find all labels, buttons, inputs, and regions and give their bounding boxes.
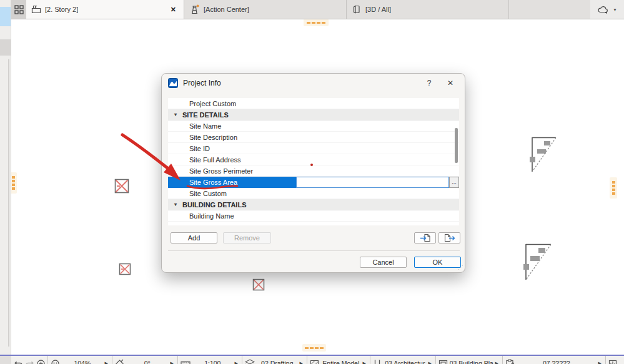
floor-plan-icon: [31, 5, 41, 14]
flyout-arrow-icon: ▶: [300, 361, 304, 364]
remove-button[interactable]: Remove: [223, 232, 271, 243]
layout-book-icon: [438, 360, 448, 364]
scale-control[interactable]: 1:100 ▶: [178, 356, 242, 364]
story-marker-right[interactable]: [610, 177, 617, 199]
cancel-button[interactable]: Cancel: [360, 257, 407, 268]
marker-dash: [12, 180, 15, 182]
redo-view-icon[interactable]: [25, 359, 34, 364]
scale-ruler-icon: [181, 360, 191, 364]
export-button[interactable]: [438, 232, 460, 243]
ellipsis-button[interactable]: ...: [449, 177, 459, 188]
view-nav-group: [11, 356, 48, 364]
tab-overview-button[interactable]: [11, 0, 26, 19]
list-scrollbar-thumb[interactable]: [455, 128, 458, 163]
marker-dash: [315, 347, 319, 349]
layout-book-control[interactable]: 03 Building Pla ▶: [436, 356, 503, 364]
list-item[interactable]: Building Name: [168, 210, 459, 222]
close-tab-icon[interactable]: ✕: [168, 6, 179, 14]
dialog-title: Project Info: [183, 79, 416, 87]
orientation-value: 0°: [124, 360, 171, 364]
add-button[interactable]: Add: [171, 232, 217, 243]
layout-book-value: 03 Building Pla: [448, 360, 495, 364]
list-item[interactable]: Site Full Address: [168, 154, 459, 165]
model-filter-icon: [310, 360, 319, 364]
marker-dash: [310, 347, 314, 349]
flyout-arrow-icon: ▶: [495, 361, 500, 364]
orientation-icon: [115, 359, 124, 364]
marker-dash: [320, 347, 324, 349]
list-group-header[interactable]: ▾ BUILDING DETAILS: [168, 199, 459, 210]
list-item[interactable]: Site Description: [168, 132, 459, 143]
teamwork-sync-button[interactable]: ▼: [590, 0, 624, 19]
detail-marker-triangle[interactable]: [528, 137, 558, 173]
story-marker-bottom[interactable]: [302, 344, 326, 352]
collapse-arrow-icon[interactable]: ▾: [174, 112, 177, 117]
list-item[interactable]: Site Gross Perimeter: [168, 165, 459, 177]
row-label: Site Description: [189, 134, 237, 141]
list-item[interactable]: Site Name: [168, 121, 459, 132]
layer-control[interactable]: 02 Drafting ▶: [242, 356, 307, 364]
palette-thumbnail[interactable]: [0, 7, 11, 26]
resize-grip[interactable]: ⋰: [458, 265, 463, 270]
marker-dash: [312, 22, 315, 24]
flyout-arrow-icon: ▶: [235, 361, 239, 364]
marker-dash: [12, 184, 15, 186]
renovation-filter-icon: [373, 359, 382, 364]
tab-floor-plan[interactable]: [2. Story 2] ✕: [26, 0, 184, 19]
site-gross-area-input[interactable]: [296, 177, 449, 188]
statusbar-extra[interactable]: [606, 356, 624, 364]
missing-drawing-placeholder[interactable]: [252, 278, 265, 291]
list-item[interactable]: Site ID: [168, 143, 459, 154]
marker-dash: [12, 176, 15, 179]
row-label: Project Custom: [189, 100, 236, 107]
model-filter-value: Entire Model: [319, 360, 363, 364]
tab-action-center[interactable]: [Action Center]: [184, 0, 347, 19]
tab-bar-filler: [509, 0, 590, 19]
panel-handle[interactable]: [0, 39, 11, 56]
detail-marker-triangle[interactable]: [522, 243, 553, 281]
dialog-title-bar[interactable]: Project Info ? ✕: [162, 74, 465, 92]
statusbar-corner: [0, 356, 11, 364]
collapse-arrow-icon[interactable]: ▾: [174, 202, 177, 207]
model-filter-control[interactable]: Entire Model ▶: [307, 356, 370, 364]
marker-dash: [307, 22, 310, 24]
list-item-selected[interactable]: Site Gross Area ...: [168, 177, 459, 188]
selected-row-label: Site Gross Area: [168, 177, 296, 188]
row-label: BUILDING DETAILS: [182, 201, 246, 209]
zoom-in-icon[interactable]: [36, 359, 46, 364]
status-bar: 104% ▶ 0° ▶ 1:100 ▶ 02 Drafting ▶: [0, 355, 624, 364]
missing-drawing-placeholder[interactable]: [114, 179, 129, 194]
import-button[interactable]: [414, 232, 436, 243]
left-edge-panel: [0, 0, 11, 364]
orientation-control[interactable]: 0° ▶: [112, 356, 178, 364]
flyout-arrow-icon: ▶: [105, 361, 109, 364]
export-icon: [444, 234, 455, 242]
list-item[interactable]: Project Custom: [168, 98, 459, 109]
archicad-window: [2. Story 2] ✕ [Action Center] [3D / All…: [0, 0, 624, 364]
row-label: Site Gross Perimeter: [189, 167, 253, 175]
row-label: Site Full Address: [189, 156, 241, 164]
list-group-header[interactable]: ▾ SITE DETAILS: [168, 109, 459, 121]
3d-view-icon: [352, 4, 362, 14]
pen-set-icon: [608, 360, 617, 364]
flyout-arrow-icon: ▶: [428, 361, 433, 364]
row-label: Building Name: [189, 212, 234, 220]
favorites-control[interactable]: 07 ????? ▶: [503, 356, 606, 364]
zoom-level-control[interactable]: 104% ▶: [48, 356, 112, 364]
close-dialog-icon[interactable]: ✕: [442, 79, 458, 87]
help-button[interactable]: ?: [421, 79, 437, 87]
renovation-filter-value: 03 Architectur: [382, 360, 428, 364]
renovation-filter-control[interactable]: 03 Architectur ▶: [370, 356, 436, 364]
undo-view-icon[interactable]: [14, 359, 23, 364]
action-center-icon: [189, 4, 200, 14]
flyout-arrow-icon: ▶: [363, 361, 367, 364]
ok-button[interactable]: OK: [414, 257, 461, 268]
list-item[interactable]: Site Custom: [168, 188, 459, 199]
vertical-scrollbar[interactable]: [8, 59, 9, 347]
story-marker-top[interactable]: [304, 19, 329, 26]
tab-3d-view[interactable]: [3D / All]: [347, 0, 509, 19]
favorites-icon: [505, 359, 515, 364]
missing-drawing-placeholder[interactable]: [119, 263, 131, 275]
scale-value: 1:100: [191, 360, 235, 364]
marker-dash: [612, 185, 615, 187]
